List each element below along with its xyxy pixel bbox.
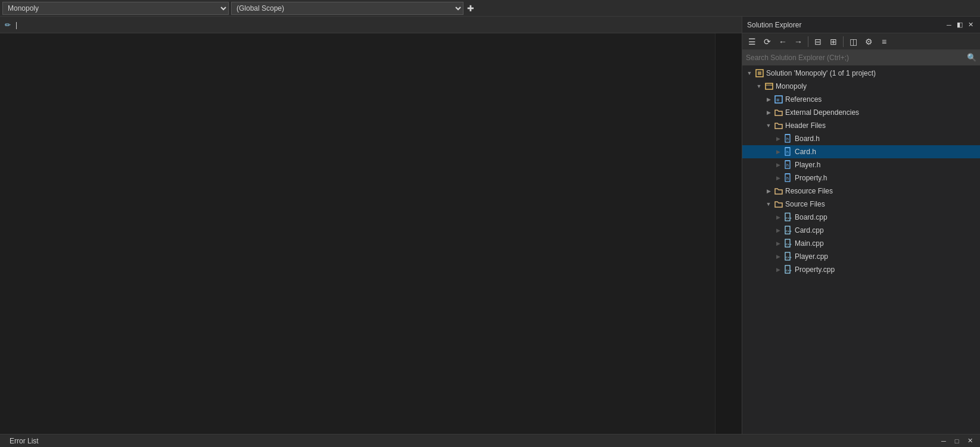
tree-expand-card-cpp[interactable]: ▶ <box>773 226 783 235</box>
tree-item-card-cpp[interactable]: ▶c++Card.cpp <box>742 224 980 237</box>
se-refresh-button[interactable]: ⟳ <box>760 35 774 48</box>
tree-item-source-files[interactable]: ▼Source Files <box>742 198 980 211</box>
tree-item-references[interactable]: ▶≡References <box>742 93 980 106</box>
svg-text:c++: c++ <box>786 268 792 272</box>
tree-label-board-h: Board.h <box>795 135 820 143</box>
tree-label-main-cpp: Main.cpp <box>795 239 824 248</box>
top-toolbar: Monopoly (Global Scope) ✚ <box>0 0 980 17</box>
tree-expand-solution[interactable]: ▼ <box>745 68 754 78</box>
tree-expand-board-h[interactable]: ▶ <box>773 134 783 143</box>
se-forward-button[interactable]: → <box>791 35 805 48</box>
tree-item-monopoly-project[interactable]: ▼Monopoly <box>742 80 980 93</box>
tree-expand-source-files[interactable]: ▼ <box>764 199 773 209</box>
svg-text:c++: c++ <box>786 229 792 233</box>
editor-content[interactable] <box>0 33 715 434</box>
tree-label-references: References <box>785 95 822 104</box>
se-title: Solution Explorer <box>747 21 801 29</box>
tree-icon-player-h: h <box>783 160 794 170</box>
cursor-indicator: | <box>15 21 17 29</box>
svg-rect-1 <box>758 71 761 75</box>
tree-item-external-deps[interactable]: ▶External Dependencies <box>742 106 980 119</box>
editor-area: ✏ | <box>0 17 742 434</box>
se-pin-button[interactable]: ─ <box>944 20 954 30</box>
se-title-buttons: ─ ◧ ✕ <box>944 20 975 30</box>
tree-label-external-deps: External Dependencies <box>785 108 859 117</box>
se-title-bar: Solution Explorer ─ ◧ ✕ <box>742 17 980 33</box>
tree-expand-card-h[interactable]: ▶ <box>773 147 783 157</box>
tree-label-property-h: Property.h <box>795 174 827 182</box>
scope-dropdown[interactable]: Monopoly <box>2 2 229 15</box>
editor-toolbar: ✏ | <box>0 17 742 33</box>
tree-expand-header-files[interactable]: ▼ <box>764 121 773 130</box>
editor-minimap <box>715 33 742 434</box>
svg-text:h: h <box>786 176 789 180</box>
tree-item-header-files[interactable]: ▼Header Files <box>742 119 980 132</box>
se-settings-button[interactable]: ⚙ <box>861 35 876 48</box>
se-collapse-button[interactable]: ⊟ <box>811 35 825 48</box>
svg-rect-2 <box>766 83 773 89</box>
bottom-panel-right: ─ □ ✕ <box>938 436 975 446</box>
se-float-button[interactable]: ◧ <box>955 20 965 30</box>
tree-item-property-h[interactable]: ▶hProperty.h <box>742 171 980 185</box>
tree-icon-external-deps <box>773 108 784 117</box>
se-expand-button[interactable]: ⊞ <box>826 35 841 48</box>
tree-item-resource-files[interactable]: ▶Resource Files <box>742 185 980 198</box>
tree-expand-property-cpp[interactable]: ▶ <box>773 265 783 274</box>
se-filter-button[interactable]: ≡ <box>877 35 891 48</box>
tree-item-player-h[interactable]: ▶hPlayer.h <box>742 158 980 171</box>
svg-text:h: h <box>786 137 789 141</box>
se-search-input[interactable] <box>746 54 965 62</box>
tree-expand-references[interactable]: ▶ <box>764 95 773 104</box>
tree-expand-main-cpp[interactable]: ▶ <box>773 239 783 248</box>
tree-icon-board-h: h <box>783 134 794 143</box>
se-search-icon: 🔍 <box>967 53 976 62</box>
add-button[interactable]: ✚ <box>463 2 478 15</box>
se-toolbar: ☰ ⟳ ← → ⊟ ⊞ ◫ ⚙ ≡ <box>742 33 980 50</box>
tree-item-property-cpp[interactable]: ▶c++Property.cpp <box>742 263 980 276</box>
tree-expand-player-cpp[interactable]: ▶ <box>773 252 783 261</box>
se-back-button[interactable]: ← <box>776 35 790 48</box>
tree-expand-board-cpp[interactable]: ▶ <box>773 212 783 222</box>
tree-label-card-h: Card.h <box>795 148 816 156</box>
tree-label-player-cpp: Player.cpp <box>795 252 828 261</box>
bottom-panel-maximize[interactable]: □ <box>951 436 962 446</box>
se-close-button[interactable]: ✕ <box>966 20 975 30</box>
bottom-panel: Error List ─ □ ✕ <box>0 434 980 447</box>
error-list-tab[interactable]: Error List <box>5 436 43 446</box>
svg-text:c++: c++ <box>786 255 792 259</box>
se-show-all-button[interactable]: ◫ <box>846 35 860 48</box>
tree-expand-monopoly-project[interactable]: ▼ <box>754 82 764 91</box>
tree-label-resource-files: Resource Files <box>785 187 833 195</box>
tree-item-player-cpp[interactable]: ▶c++Player.cpp <box>742 250 980 263</box>
tree-icon-property-h: h <box>783 173 794 183</box>
se-properties-button[interactable]: ☰ <box>745 35 759 48</box>
tree-item-card-h[interactable]: ▶hCard.h <box>742 145 980 158</box>
tree-icon-main-cpp: c++ <box>783 239 794 248</box>
se-toolbar-separator <box>808 36 808 47</box>
tree-item-solution[interactable]: ▼Solution 'Monopoly' (1 of 1 project) <box>742 67 980 80</box>
tree-icon-property-cpp: c++ <box>783 265 794 274</box>
bottom-panel-close[interactable]: ✕ <box>965 436 975 446</box>
tree-expand-external-deps[interactable]: ▶ <box>764 108 773 117</box>
se-search-bar: 🔍 <box>742 50 980 65</box>
tree-icon-player-cpp: c++ <box>783 252 794 261</box>
tree-expand-resource-files[interactable]: ▶ <box>764 186 773 196</box>
tree-icon-card-h: h <box>783 147 794 157</box>
tree-label-monopoly-project: Monopoly <box>776 82 807 90</box>
solution-explorer: Solution Explorer ─ ◧ ✕ ☰ ⟳ ← → ⊟ ⊞ ◫ ⚙ … <box>742 17 980 434</box>
tree-label-header-files: Header Files <box>785 121 826 130</box>
svg-text:h: h <box>786 163 789 167</box>
svg-text:≡: ≡ <box>776 97 779 103</box>
se-tree: ▼Solution 'Monopoly' (1 of 1 project)▼Mo… <box>742 65 980 434</box>
se-toolbar-separator2 <box>843 36 844 47</box>
tree-expand-player-h[interactable]: ▶ <box>773 160 783 170</box>
tree-item-main-cpp[interactable]: ▶c++Main.cpp <box>742 237 980 250</box>
bottom-panel-minimize[interactable]: ─ <box>938 436 949 446</box>
global-scope-dropdown[interactable]: (Global Scope) <box>231 2 463 15</box>
tree-item-board-cpp[interactable]: ▶c++Board.cpp <box>742 211 980 224</box>
tree-label-solution: Solution 'Monopoly' (1 of 1 project) <box>766 69 876 77</box>
editor-row <box>0 33 742 434</box>
tree-expand-property-h[interactable]: ▶ <box>773 173 783 183</box>
tree-item-board-h[interactable]: ▶hBoard.h <box>742 132 980 145</box>
tree-icon-board-cpp: c++ <box>783 212 794 222</box>
